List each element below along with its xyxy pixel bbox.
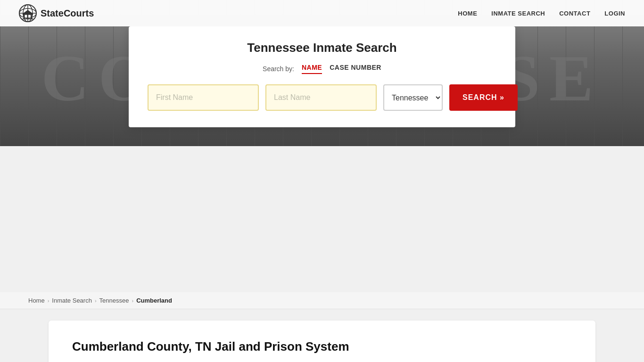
svg-rect-9 bbox=[23, 18, 33, 19]
search-inputs-row: Tennessee Alabama Alaska Arizona Arkansa… bbox=[148, 84, 496, 111]
breadcrumb-cumberland: Cumberland bbox=[136, 297, 172, 304]
svg-rect-6 bbox=[27, 15, 29, 18]
navbar: StateCourts HOME INMATE SEARCH CONTACT L… bbox=[0, 0, 644, 26]
svg-rect-7 bbox=[31, 15, 32, 18]
nav-item-home[interactable]: HOME bbox=[458, 9, 477, 17]
logo-icon bbox=[19, 4, 37, 22]
breadcrumb-sep-3: › bbox=[132, 298, 133, 304]
breadcrumb-inmate-search[interactable]: Inmate Search bbox=[52, 297, 92, 304]
tab-name[interactable]: NAME bbox=[302, 64, 322, 74]
nav-links: HOME INMATE SEARCH CONTACT LOGIN bbox=[458, 9, 625, 17]
search-by-label: Search by: bbox=[263, 65, 294, 73]
search-by-row: Search by: NAME CASE NUMBER bbox=[148, 64, 496, 74]
first-name-input[interactable] bbox=[148, 84, 259, 111]
breadcrumb-sep-1: › bbox=[48, 298, 50, 304]
logo-text: StateCourts bbox=[41, 8, 94, 19]
svg-rect-5 bbox=[24, 15, 25, 18]
state-select[interactable]: Tennessee Alabama Alaska Arizona Arkansa… bbox=[383, 84, 443, 111]
breadcrumb-home[interactable]: Home bbox=[28, 297, 45, 304]
breadcrumb-tennessee[interactable]: Tennessee bbox=[99, 297, 129, 304]
breadcrumb-sep-2: › bbox=[95, 298, 97, 304]
last-name-input[interactable] bbox=[265, 84, 377, 111]
breadcrumb: Home › Inmate Search › Tennessee › Cumbe… bbox=[0, 292, 644, 309]
nav-item-inmate-search[interactable]: INMATE SEARCH bbox=[491, 9, 545, 17]
logo-area[interactable]: StateCourts bbox=[19, 4, 458, 22]
tab-case-number[interactable]: CASE NUMBER bbox=[330, 64, 381, 74]
nav-item-contact[interactable]: CONTACT bbox=[559, 9, 590, 17]
content-title: Cumberland County, TN Jail and Prison Sy… bbox=[72, 339, 572, 354]
search-card: Tennessee Inmate Search Search by: NAME … bbox=[129, 26, 515, 127]
svg-rect-8 bbox=[23, 14, 33, 15]
main-content: Cumberland County, TN Jail and Prison Sy… bbox=[49, 321, 595, 362]
nav-item-login[interactable]: LOGIN bbox=[604, 9, 625, 17]
header-section: COURTHOUSE StateCourts HOME INMA bbox=[0, 0, 644, 146]
search-button[interactable]: SEARCH » bbox=[449, 84, 518, 111]
search-card-title: Tennessee Inmate Search bbox=[148, 41, 496, 55]
